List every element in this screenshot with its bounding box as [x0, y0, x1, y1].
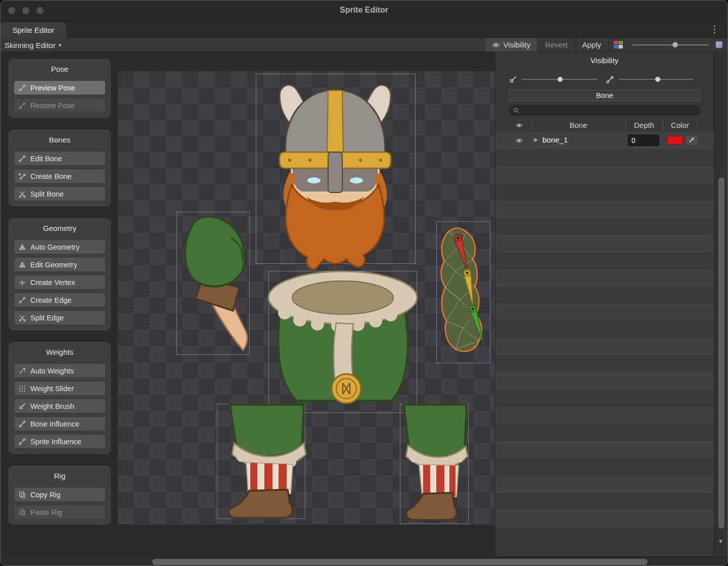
- scroll-down-icon[interactable]: ▼: [718, 538, 723, 544]
- bone-visibility-eye-icon[interactable]: [515, 137, 524, 144]
- button-label: Edit Bone: [30, 155, 62, 163]
- bone-opacity-icon: [509, 75, 517, 84]
- overlay-toggle-button[interactable]: [714, 38, 727, 52]
- weights-group: Weights Auto Weights Weight Slider Weigh…: [9, 342, 111, 454]
- horizontal-scrollbar-thumb[interactable]: [152, 559, 648, 565]
- bone-opacity-knob[interactable]: [558, 77, 563, 82]
- visibility-toggle-button[interactable]: Visibility: [484, 38, 537, 52]
- mitten-sprite[interactable]: [185, 217, 247, 350]
- bone-table-header: Bone Depth Color: [495, 120, 714, 132]
- split-edge-icon: [18, 314, 26, 322]
- torso-sprite[interactable]: [268, 271, 417, 403]
- bone-row[interactable]: ▶ bone_1: [495, 132, 714, 149]
- pose-group-title: Pose: [14, 63, 106, 77]
- split-bone-button[interactable]: Split Bone: [14, 186, 106, 201]
- right-boot-sprite[interactable]: [404, 405, 468, 520]
- eye-column-icon[interactable]: [515, 122, 524, 129]
- copy-rig-icon: [18, 491, 26, 499]
- paste-rig-icon: [18, 508, 26, 516]
- button-label: Split Edge: [30, 314, 64, 322]
- button-label: Create Bone: [30, 172, 71, 180]
- vertical-scrollbar[interactable]: ▼: [714, 52, 728, 556]
- color-column-header: Color: [663, 121, 697, 129]
- rigged-arm-sprite[interactable]: [441, 228, 484, 351]
- eye-icon: [492, 41, 500, 49]
- mesh-opacity-knob[interactable]: [655, 77, 660, 82]
- editor-mode-label: Skinning Editor: [5, 41, 56, 50]
- sprite-influence-button[interactable]: Sprite Influence: [14, 434, 106, 449]
- copy-rig-button[interactable]: Copy Rig: [14, 487, 106, 502]
- mesh-opacity-icon: [606, 75, 614, 84]
- sprite-editor-window: Sprite Editor Sprite Editor ⋮ Skinning E…: [0, 0, 728, 566]
- tabbar: Sprite Editor ⋮: [1, 21, 727, 38]
- button-label: Auto Geometry: [30, 243, 80, 251]
- split-edge-button[interactable]: Split Edge: [14, 310, 106, 325]
- weight-brush-button[interactable]: Weight Brush: [14, 399, 106, 413]
- button-label: Restore Pose: [30, 102, 75, 110]
- tab-sprite-editor[interactable]: Sprite Editor: [1, 22, 66, 38]
- geometry-group: Geometry Auto Geometry Edit Geometry Cre…: [9, 218, 111, 330]
- bone-search-input[interactable]: [522, 106, 698, 115]
- bone-table: ▶ bone_1: [495, 132, 714, 544]
- head-sprite[interactable]: [280, 85, 391, 269]
- left-boot-sprite[interactable]: [229, 405, 306, 518]
- bone-column-header: Bone: [532, 121, 625, 129]
- kebab-menu-icon[interactable]: ⋮: [710, 23, 719, 35]
- zoom-slider-track[interactable]: [632, 44, 709, 45]
- bones-group-title: Bones: [14, 133, 106, 148]
- edit-bone-button[interactable]: Edit Bone: [14, 151, 106, 166]
- eyedropper-icon: [688, 136, 695, 144]
- visibility-toggle-label: Visibility: [503, 40, 530, 49]
- bone-influence-icon: [18, 420, 26, 428]
- color-picker-button[interactable]: [685, 135, 698, 146]
- restore-pose-button[interactable]: Restore Pose: [14, 98, 106, 113]
- revert-button[interactable]: Revert: [537, 38, 574, 52]
- restore-pose-icon: [18, 102, 26, 110]
- mesh-opacity-slider[interactable]: [619, 79, 694, 80]
- auto-weights-icon: [18, 367, 26, 375]
- toolbar: Skinning Editor ▾ Visibility Revert Appl…: [1, 38, 727, 52]
- vertical-scrollbar-thumb[interactable]: [718, 177, 724, 529]
- color-channels-button[interactable]: [608, 38, 628, 52]
- overlay-icon: [716, 41, 722, 48]
- bone-name: bone_1: [542, 135, 568, 144]
- create-edge-button[interactable]: Create Edge: [14, 293, 106, 307]
- rig-group: Rig Copy Rig Paste Rig: [9, 466, 111, 525]
- chevron-down-icon: ▾: [59, 42, 62, 49]
- pose-group: Pose Preview Pose Restore Pose: [9, 59, 111, 118]
- auto-weights-button[interactable]: Auto Weights: [14, 363, 106, 378]
- create-bone-button[interactable]: Create Bone: [14, 169, 106, 183]
- bone-opacity-slider[interactable]: [522, 79, 598, 80]
- create-vertex-icon: [18, 278, 26, 287]
- horizontal-scrollbar[interactable]: [1, 556, 728, 566]
- tool-sidebar: Pose Preview Pose Restore Pose Bones Edi…: [9, 59, 111, 525]
- column-separator: [697, 122, 698, 130]
- apply-button[interactable]: Apply: [574, 38, 608, 52]
- zoom-slider[interactable]: [628, 38, 714, 52]
- bone-filter-button[interactable]: Bone: [509, 90, 700, 101]
- sprite-influence-icon: [18, 438, 26, 446]
- weight-slider-button[interactable]: Weight Slider: [14, 381, 106, 396]
- weights-group-title: Weights: [14, 346, 106, 360]
- bone-depth-input[interactable]: [628, 134, 659, 146]
- create-edge-icon: [18, 296, 26, 304]
- window-title: Sprite Editor: [1, 6, 727, 15]
- button-label: Bone Influence: [30, 420, 79, 428]
- auto-geometry-button[interactable]: Auto Geometry: [14, 240, 106, 254]
- depth-column-header: Depth: [626, 121, 662, 129]
- preview-pose-button[interactable]: Preview Pose: [14, 80, 106, 95]
- zoom-slider-knob[interactable]: [672, 42, 678, 48]
- editor-mode-dropdown[interactable]: Skinning Editor ▾: [5, 38, 61, 52]
- create-vertex-button[interactable]: Create Vertex: [14, 275, 106, 290]
- disclosure-icon[interactable]: ▶: [534, 136, 538, 143]
- button-label: Paste Rig: [30, 508, 62, 516]
- preview-pose-icon: [18, 84, 26, 92]
- bone-color-swatch[interactable]: [667, 136, 683, 145]
- paste-rig-button[interactable]: Paste Rig: [14, 505, 106, 520]
- edit-geometry-button[interactable]: Edit Geometry: [14, 257, 106, 272]
- bone-influence-button[interactable]: Bone Influence: [14, 416, 106, 431]
- split-bone-icon: [18, 190, 26, 198]
- button-label: Preview Pose: [30, 84, 75, 92]
- sprite-canvas[interactable]: [118, 71, 495, 525]
- button-label: Create Vertex: [30, 278, 75, 287]
